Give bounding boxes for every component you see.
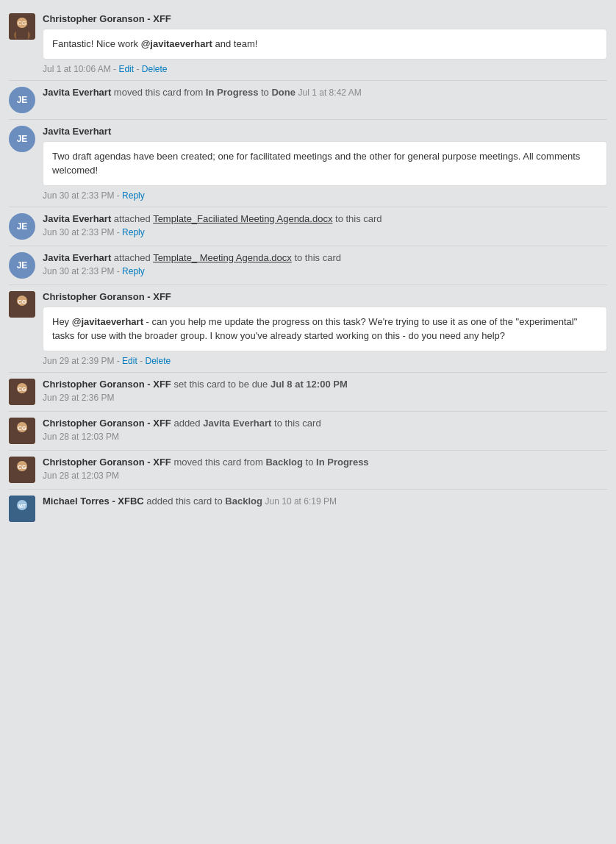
reply-link[interactable]: Reply [122, 266, 145, 276]
edit-link[interactable]: Edit [122, 356, 137, 366]
avatar-image: CG [9, 418, 35, 444]
svg-text:CG: CG [18, 464, 26, 471]
svg-text:CG: CG [18, 298, 26, 305]
to-state: Done [271, 87, 296, 98]
meta-line: Jun 30 at 2:33 PM - Reply [43, 266, 607, 276]
mention: @javitaeverhart [141, 38, 212, 49]
attachment-content: Javita Everhart attached Template_Facili… [43, 213, 607, 237]
author-name: Christopher Goranson - XFF [43, 13, 607, 24]
comment-text-prefix: Hey [52, 316, 72, 327]
activity-content: Christopher Goranson - XFF added Javita … [43, 418, 607, 442]
timestamp: Jul 1 at 10:06 AM [43, 64, 111, 74]
activity-content: Christopher Goranson - XFF set this card… [43, 379, 607, 403]
due-date: Jul 8 at 12:00 PM [271, 379, 348, 390]
action-text: added Javita Everhart to this card [173, 418, 320, 429]
comment-item: CG Christopher Goranson - XFF Hey @javit… [0, 285, 616, 372]
timestamp: Jun 29 at 2:39 PM [43, 356, 114, 366]
action-suffix: to this card [294, 252, 341, 263]
author-name: Javita Everhart [43, 213, 111, 224]
activity-item: JE Javita Everhart moved this card from … [0, 81, 616, 119]
action-text: attached [114, 252, 153, 263]
svg-rect-24 [16, 510, 28, 522]
timestamp: Jun 28 at 12:03 PM [43, 471, 119, 481]
author-name: Michael Torres - XFBC [43, 496, 144, 507]
meta-line: Jun 29 at 2:36 PM [43, 393, 607, 403]
svg-text:CG: CG [18, 20, 26, 26]
activity-content: Michael Torres - XFBC added this card to… [43, 496, 607, 507]
action-text: moved this card from Backlog to In Progr… [173, 457, 368, 468]
avatar: MT [9, 496, 35, 522]
avatar: CG [9, 418, 35, 444]
separator: - [117, 356, 122, 366]
svg-rect-4 [16, 28, 28, 40]
author-name: Christopher Goranson - XFF [43, 457, 171, 468]
separator: - [117, 190, 122, 201]
file-link[interactable]: Template_ Meeting Agenda.docx [153, 252, 292, 263]
activity-item: CG Christopher Goranson - XFF moved this… [0, 451, 616, 489]
avatar: CG [9, 457, 35, 483]
mention: @javitaeverhart [72, 316, 143, 327]
comment-item: JE Javita Everhart Two draft agendas hav… [0, 120, 616, 207]
comment-bubble: Fantastic! Nice work @javitaeverhart and… [43, 29, 607, 60]
edit-link[interactable]: Edit [118, 64, 134, 74]
timestamp: Jun 30 at 2:33 PM [43, 227, 114, 237]
action-text: added this card to Backlog [146, 496, 265, 507]
comment-item: CG Christopher Goranson - XFF Fantastic!… [0, 7, 616, 80]
activity-item: CG Christopher Goranson - XFF set this c… [0, 373, 616, 411]
timestamp: Jun 28 at 12:03 PM [43, 432, 119, 442]
svg-rect-8 [16, 306, 28, 318]
timestamp: Jun 30 at 2:33 PM [43, 266, 114, 276]
author-name: Javita Everhart [43, 252, 111, 263]
comment-bubble: Two draft agendas have been created; one… [43, 141, 607, 186]
attachment-content: Javita Everhart attached Template_ Meeti… [43, 252, 607, 276]
svg-text:CG: CG [18, 425, 26, 432]
avatar-initials: JE [17, 221, 28, 232]
timestamp: Jun 10 at 6:19 PM [265, 496, 337, 507]
added-person: Javita Everhart [203, 418, 271, 429]
comment-content: Christopher Goranson - XFF Hey @javitaev… [43, 291, 607, 366]
author-name: Christopher Goranson - XFF [43, 379, 171, 390]
delete-link[interactable]: Delete [145, 356, 171, 366]
action-text: moved this card from In Progress to Done [114, 87, 298, 98]
separator: - [117, 227, 122, 237]
author-name: Christopher Goranson - XFF [43, 291, 607, 302]
svg-text:MT: MT [18, 504, 26, 509]
from-state: In Progress [206, 87, 259, 98]
activity-item: MT Michael Torres - XFBC added this card… [0, 490, 616, 528]
author-name: Javita Everhart [43, 87, 111, 98]
reply-link[interactable]: Reply [122, 190, 145, 201]
avatar: JE [9, 213, 35, 240]
avatar: CG [9, 13, 35, 40]
author-name: Javita Everhart [43, 126, 607, 137]
svg-rect-12 [16, 393, 28, 405]
comment-content: Javita Everhart Two draft agendas have b… [43, 126, 607, 201]
comment-text-prefix: Fantastic! Nice work [52, 38, 141, 49]
avatar: JE [9, 126, 35, 152]
timestamp: Jun 29 at 2:36 PM [43, 393, 114, 403]
avatar-initials: JE [17, 134, 28, 144]
comment-bubble: Hey @javitaeverhart - can you help me up… [43, 307, 607, 351]
meta-line: Jun 28 at 12:03 PM [43, 432, 607, 442]
avatar: CG [9, 379, 35, 405]
avatar-initials: JE [17, 260, 28, 271]
separator: - [136, 64, 141, 74]
timestamp: Jul 1 at 8:42 AM [298, 87, 362, 98]
avatar: CG [9, 291, 35, 318]
avatar: JE [9, 87, 35, 113]
author-name: Christopher Goranson - XFF [43, 418, 171, 429]
file-link[interactable]: Template_Faciliated Meeting Agenda.docx [153, 213, 332, 224]
delete-link[interactable]: Delete [142, 64, 168, 74]
activity-content: Christopher Goranson - XFF moved this ca… [43, 457, 607, 481]
avatar-initials: JE [17, 95, 28, 105]
avatar-image: CG [9, 457, 35, 483]
activity-feed: CG Christopher Goranson - XFF Fantastic!… [0, 0, 616, 535]
comment-content: Christopher Goranson - XFF Fantastic! Ni… [43, 13, 607, 74]
meta-line: Jun 28 at 12:03 PM [43, 471, 607, 481]
comment-text: Two draft agendas have been created; one… [52, 151, 580, 176]
avatar: JE [9, 252, 35, 279]
avatar-image: MT [9, 496, 35, 522]
meta-line: Jun 30 at 2:33 PM - Reply [43, 190, 607, 201]
board-name: Backlog [225, 496, 262, 507]
reply-link[interactable]: Reply [122, 227, 145, 237]
activity-item: CG Christopher Goranson - XFF added Javi… [0, 412, 616, 450]
